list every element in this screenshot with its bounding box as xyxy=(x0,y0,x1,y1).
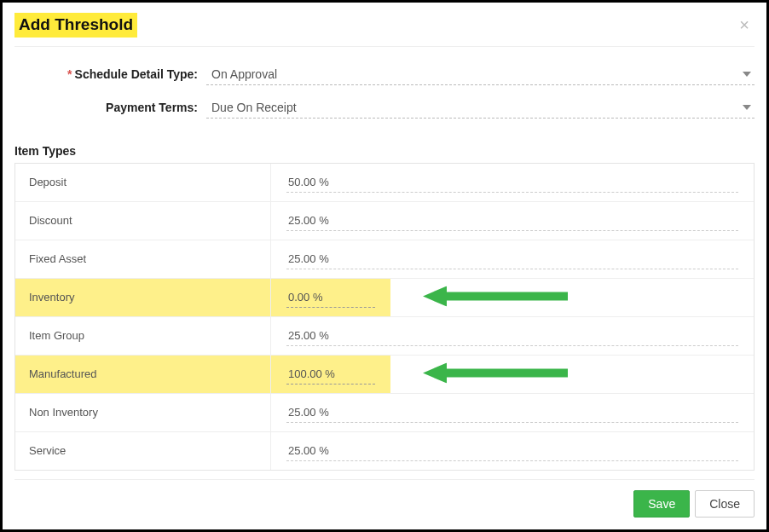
dialog-title: Add Threshold xyxy=(14,13,137,38)
item-type-value-input[interactable] xyxy=(286,402,738,423)
item-types-table: DepositDiscountFixed AssetInventoryItem … xyxy=(14,163,755,471)
item-type-name: Discount xyxy=(15,202,271,240)
dialog-footer: Save Close xyxy=(14,479,755,518)
item-type-value-cell xyxy=(271,356,754,393)
table-row: Service xyxy=(15,431,754,470)
dialog-header: Add Threshold × xyxy=(14,13,755,38)
item-type-name: Manufactured xyxy=(15,356,271,393)
highlighted-value xyxy=(271,356,390,393)
payment-terms-select[interactable]: Due On Receipt xyxy=(206,97,755,119)
table-row: Inventory xyxy=(15,278,754,316)
item-type-name: Non Inventory xyxy=(15,394,271,431)
table-row: Deposit xyxy=(15,164,754,201)
item-type-value-input[interactable] xyxy=(286,326,738,346)
item-type-value-cell xyxy=(271,317,754,355)
item-type-value-cell xyxy=(271,240,754,278)
table-row: Fixed Asset xyxy=(15,240,754,278)
highlighted-value xyxy=(271,279,390,316)
item-type-value-cell xyxy=(271,164,754,201)
chevron-down-icon xyxy=(743,105,751,110)
item-type-value-input[interactable] xyxy=(286,364,375,385)
schedule-detail-type-label: *Schedule Detail Type: xyxy=(14,67,206,81)
table-row: Non Inventory xyxy=(15,393,754,431)
item-type-name: Fixed Asset xyxy=(15,240,271,278)
item-type-name: Service xyxy=(15,432,271,470)
item-type-value-input[interactable] xyxy=(286,441,738,461)
item-type-value-input[interactable] xyxy=(286,249,738,269)
field-payment-terms: Payment Terms: Due On Receipt xyxy=(14,97,755,119)
schedule-detail-type-value: On Approval xyxy=(211,67,277,81)
required-marker: * xyxy=(67,67,72,81)
chevron-down-icon xyxy=(743,72,751,77)
close-icon[interactable]: × xyxy=(734,15,755,35)
divider xyxy=(14,46,755,47)
item-type-value-cell xyxy=(271,202,754,240)
item-type-value-input[interactable] xyxy=(286,287,375,308)
field-schedule-detail-type: *Schedule Detail Type: On Approval xyxy=(14,64,755,85)
item-types-heading: Item Types xyxy=(14,144,755,158)
item-type-value-cell xyxy=(271,432,754,470)
table-row: Discount xyxy=(15,201,754,240)
payment-terms-value: Due On Receipt xyxy=(211,101,297,114)
schedule-detail-type-select[interactable]: On Approval xyxy=(206,64,755,85)
item-type-name: Inventory xyxy=(15,279,271,316)
schedule-detail-type-label-text: Schedule Detail Type: xyxy=(75,67,198,81)
item-type-name: Deposit xyxy=(15,164,271,201)
table-row: Item Group xyxy=(15,316,754,355)
item-type-value-cell xyxy=(271,394,754,431)
payment-terms-label: Payment Terms: xyxy=(14,101,206,114)
item-type-value-cell xyxy=(271,279,754,316)
item-type-value-input[interactable] xyxy=(286,211,738,231)
item-type-value-input[interactable] xyxy=(286,172,738,193)
table-row: Manufactured xyxy=(15,355,754,393)
save-button[interactable]: Save xyxy=(633,490,690,518)
dialog-frame: Add Threshold × *Schedule Detail Type: O… xyxy=(0,0,769,532)
item-type-name: Item Group xyxy=(15,317,271,355)
close-button[interactable]: Close xyxy=(695,490,755,518)
